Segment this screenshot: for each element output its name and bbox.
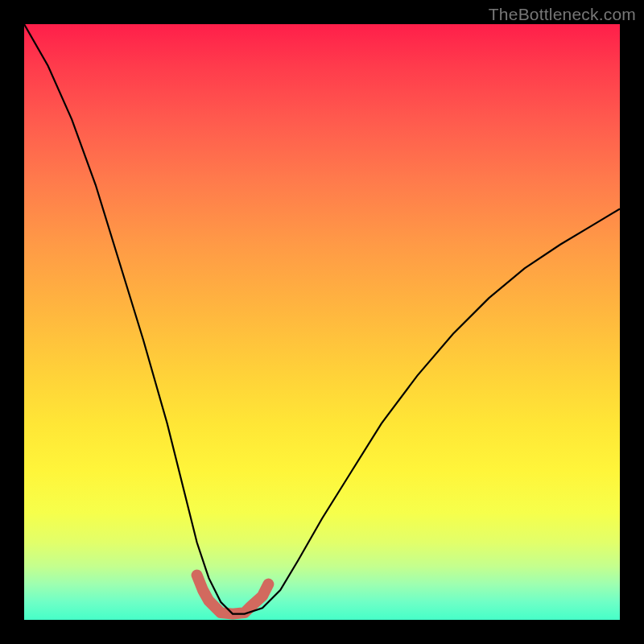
- plot-area: [24, 24, 620, 620]
- watermark-text: TheBottleneck.com: [489, 5, 636, 24]
- curve-layer: [24, 24, 620, 620]
- trough-highlight: [197, 576, 269, 614]
- bottleneck-curve: [24, 24, 620, 614]
- chart-stage: TheBottleneck.com: [0, 0, 644, 644]
